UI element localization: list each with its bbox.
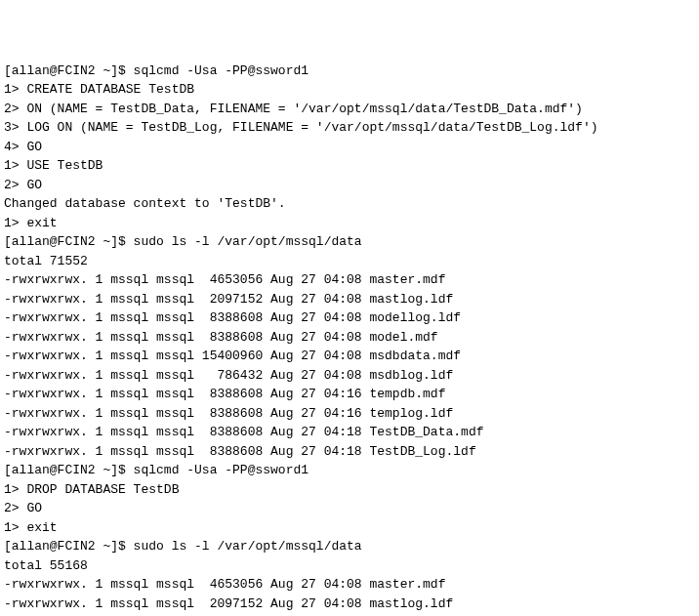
terminal-line: -rwxrwxrwx. 1 mssql mssql 4653056 Aug 27… — [4, 575, 695, 595]
terminal-line: -rwxrwxrwx. 1 mssql mssql 8388608 Aug 27… — [4, 423, 695, 442]
terminal-line: -rwxrwxrwx. 1 mssql mssql 8388608 Aug 27… — [4, 308, 695, 328]
terminal-line: 4> GO — [4, 138, 695, 157]
terminal-output: [allan@FCIN2 ~]$ sqlcmd -Usa -PP@ssword1… — [4, 62, 695, 617]
terminal-line: [allan@FCIN2 ~]$ sudo ls -l /var/opt/mss… — [4, 537, 695, 556]
terminal-line: -rwxrwxrwx. 1 mssql mssql 8388608 Aug 27… — [4, 385, 695, 404]
terminal-line: [allan@FCIN2 ~]$ sqlcmd -Usa -PP@ssword1 — [4, 62, 695, 81]
terminal-line: -rwxrwxrwx. 1 mssql mssql 8388608 Aug 27… — [4, 404, 695, 424]
terminal-line: [allan@FCIN2 ~]$ sqlcmd -Usa -PP@ssword1 — [4, 461, 695, 480]
terminal-line: 2> GO — [4, 176, 695, 195]
terminal-line: [allan@FCIN2 ~]$ sudo ls -l /var/opt/mss… — [4, 232, 695, 252]
terminal-line: total 55168 — [4, 556, 695, 576]
terminal-line: -rwxrwxrwx. 1 mssql mssql 2097152 Aug 27… — [4, 290, 695, 309]
terminal-line: 1> exit — [4, 214, 695, 233]
terminal-line: 1> DROP DATABASE TestDB — [4, 480, 695, 500]
terminal-line: 3> LOG ON (NAME = TestDB_Log, FILENAME =… — [4, 118, 695, 138]
terminal-line: 1> exit — [4, 518, 695, 538]
terminal-line: total 71552 — [4, 252, 695, 271]
terminal-line: 2> GO — [4, 499, 695, 518]
terminal-line: 1> CREATE DATABASE TestDB — [4, 80, 695, 100]
terminal-line: -rwxrwxrwx. 1 mssql mssql 786432 Aug 27 … — [4, 366, 695, 386]
terminal-line: -rwxrwxrwx. 1 mssql mssql 15400960 Aug 2… — [4, 347, 695, 366]
terminal-line: 2> ON (NAME = TestDB_Data, FILENAME = '/… — [4, 100, 695, 119]
terminal-line: 1> USE TestDB — [4, 156, 695, 176]
terminal-line: -rwxrwxrwx. 1 mssql mssql 8388608 Aug 27… — [4, 328, 695, 348]
terminal-line: -rwxrwxrwx. 1 mssql mssql 4653056 Aug 27… — [4, 270, 695, 290]
terminal-line: -rwxrwxrwx. 1 mssql mssql 2097152 Aug 27… — [4, 595, 695, 614]
terminal-line: -rwxrwxrwx. 1 mssql mssql 8388608 Aug 27… — [4, 442, 695, 462]
terminal-line: Changed database context to 'TestDB'. — [4, 194, 695, 214]
